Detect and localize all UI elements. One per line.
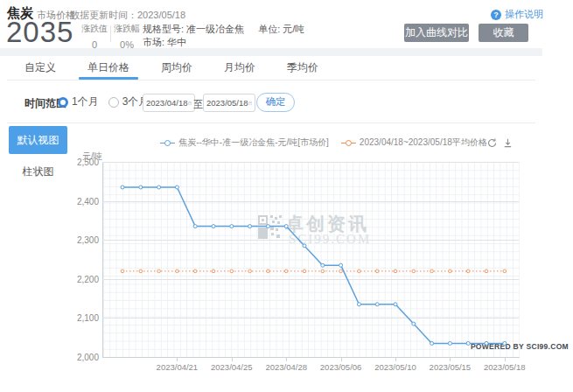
legend-marker-icon [160,139,175,146]
calendar-icon [248,99,252,108]
divider [7,122,535,123]
end-date-input[interactable]: 2023/05/18 [203,94,255,112]
x-axis-tick [450,358,451,361]
tab-weekly[interactable]: 周均价 [145,56,208,80]
radio-icon [108,97,119,108]
x-axis-tick-label: 2023/04/28 [258,362,314,372]
app: 焦炭 市场价格 数据更新时间：2023/05/18 2035 涨跌值 0 涨跌幅… [0,0,573,392]
change-value-label: 涨跌值 [80,23,108,35]
refresh-icon[interactable] [486,137,498,149]
legend-label: 2023/04/18~2023/05/18平均价格 [360,136,487,149]
tab-bar: 自定义单日价格周均价月均价季均价 [9,56,334,80]
help-link[interactable]: ? 操作说明 [491,8,543,21]
section-divider-band [0,48,542,56]
x-axis-tick-label: 2023/05/15 [422,362,478,372]
sidebar-item-default-view[interactable]: 默认视图 [9,126,67,154]
x-axis-tick-label: 2023/04/25 [204,362,260,372]
x-axis-tick-label: 2023/05/18 [477,362,533,372]
x-axis-tick-label: 2023/05/06 [313,362,369,372]
confirm-button[interactable]: 确定 [256,93,295,112]
x-axis-tick [286,358,287,361]
market-label: 市场: 华中 [143,36,186,49]
divider [7,80,535,80]
change-value-block: 涨跌值 0 [80,23,108,50]
unit-label: 单位: 元/吨 [258,24,304,34]
divider [110,25,111,42]
question-icon: ? [491,10,501,20]
start-date-input[interactable]: 2023/04/18 [143,94,195,112]
x-axis-tick-label: 2023/04/21 [149,362,205,372]
x-axis-tick-label: 2023/05/10 [367,362,423,372]
legend-item-average[interactable]: 2023/04/18~2023/05/18平均价格 [341,136,487,149]
radio-selected-icon [58,97,68,108]
chart-series [102,162,519,357]
radio-label: 1个月 [72,94,99,109]
x-axis-tick [341,358,342,361]
x-axis-tick [232,358,233,361]
tab-daily[interactable]: 单日价格 [72,56,145,80]
update-time-value: 2023/05/18 [137,10,185,20]
y-axis-tick-label: 2,500 [53,158,99,167]
legend-item-series[interactable]: 焦炭--华中-准一级冶金焦-元/吨[市场价] [160,136,329,149]
update-time: 数据更新时间：2023/05/18 [70,9,185,22]
tab-custom[interactable]: 自定义 [9,56,72,80]
add-to-compare-button[interactable]: 加入曲线对比 [404,24,469,42]
to-label: 至 [193,98,203,111]
change-pct-label: 涨跌幅 [113,23,141,35]
y-axis-tick-label: 2,200 [53,275,99,284]
legend-marker-icon [341,139,356,146]
y-axis-tick-label: 2,400 [53,197,99,206]
end-date-value: 2023/05/18 [206,98,248,108]
help-label: 操作说明 [505,8,543,21]
y-axis-tick-label: 2,100 [53,313,99,323]
calendar-icon [188,99,192,108]
x-axis-tick [505,358,506,361]
change-pct-block: 涨跌幅 0% [113,23,141,50]
start-date-value: 2023/04/18 [146,98,188,108]
y-axis-tick-label: 2,300 [53,235,99,245]
radio-1m[interactable]: 1个月 [58,94,99,109]
x-axis-tick [177,358,178,361]
price-value: 2035 [6,16,73,49]
tab-monthly[interactable]: 月均价 [208,56,271,80]
legend-label: 焦炭--华中-准一级冶金焦-元/吨[市场价] [178,136,329,149]
spec-label: 规格型号: 准一级冶金焦 [143,24,244,34]
favorite-button[interactable]: 收藏 [479,24,528,42]
tab-quarterly[interactable]: 季均价 [271,56,334,80]
y-axis-tick-label: 2,000 [53,353,99,362]
download-icon[interactable] [502,137,514,149]
spec-row: 规格型号: 准一级冶金焦单位: 元/吨 [143,23,304,36]
x-axis-tick [395,358,396,361]
update-time-label: 数据更新时间： [70,10,137,20]
